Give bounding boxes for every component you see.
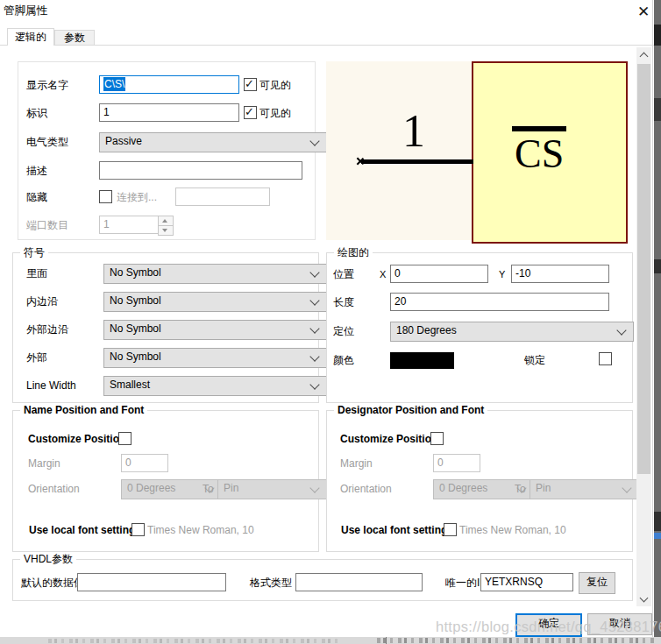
- display-name-label: 显示名字: [26, 79, 68, 92]
- name-use-local-font-label: Use local font setting: [29, 524, 135, 537]
- designator-visible-label: 可见的: [259, 107, 291, 120]
- tab-logical[interactable]: 逻辑的: [7, 28, 54, 46]
- designator-customize-position-label: Customize Position: [340, 433, 437, 446]
- symbol-inner-edge-select[interactable]: No Symbol: [103, 292, 327, 312]
- pin-line: [361, 159, 473, 164]
- designator-visible-checkbox[interactable]: [244, 106, 257, 119]
- part-count-label: 端口数目: [26, 219, 68, 232]
- name-margin-label: Margin: [28, 457, 60, 471]
- vhdl-default-label: 默认的数据保: [21, 577, 84, 590]
- vhdl-format-label: 格式类型: [250, 577, 292, 590]
- symbol-outer-edge-label: 外部边沿: [26, 323, 68, 336]
- name-margin-input[interactable]: 0: [121, 454, 168, 472]
- scrollbar-thumb[interactable]: [637, 64, 650, 474]
- name-orientation-label: Orientation: [28, 483, 80, 496]
- pin-preview: CS 1: [326, 61, 624, 240]
- designator-use-local-font-label: Use local font setting: [341, 524, 447, 537]
- name-font-value: Times New Roman, 10: [147, 524, 254, 537]
- orientation-select[interactable]: 180 Degrees: [390, 322, 634, 342]
- pin-hotspot-icon: [356, 157, 364, 165]
- electrical-type-select[interactable]: Passive: [99, 132, 327, 152]
- designator-to-select[interactable]: Pin: [530, 479, 639, 499]
- length-input[interactable]: 20: [390, 293, 609, 311]
- y-input[interactable]: -10: [511, 265, 609, 283]
- display-name-selected-text: C\S\: [103, 77, 125, 91]
- designator-font-group-title: Designator Position and Font: [334, 404, 487, 417]
- designator-margin-input[interactable]: 0: [433, 454, 480, 472]
- part-count-down-icon[interactable]: [158, 225, 174, 236]
- lock-checkbox[interactable]: [599, 352, 612, 365]
- electrical-type-label: 电气类型: [26, 136, 68, 149]
- designator-label: 标识: [26, 107, 47, 120]
- background-window-bottom-sliver: [0, 637, 661, 644]
- symbol-outside-select[interactable]: No Symbol: [103, 348, 327, 368]
- display-name-visible-label: 可见的: [259, 79, 291, 92]
- display-name-visible-checkbox[interactable]: [244, 78, 257, 91]
- watermark-text: https://blog.csdn.net/qq_45288176: [436, 619, 661, 635]
- name-customize-position-label: Customize Position: [28, 433, 125, 446]
- hide-checkbox[interactable]: [99, 190, 112, 203]
- vhdl-unique-id-input[interactable]: YETXRNSQ: [480, 573, 573, 591]
- scrollbar[interactable]: [636, 47, 651, 606]
- vhdl-format-input[interactable]: [295, 573, 423, 591]
- symbol-line-width-label: Line Width: [26, 379, 76, 393]
- description-input[interactable]: [99, 161, 302, 180]
- connect-to-label: 连接到...: [117, 191, 157, 204]
- designator-customize-position-checkbox[interactable]: [430, 432, 444, 445]
- scrollbar-down-icon[interactable]: [636, 591, 651, 606]
- display-name-input[interactable]: C\S\: [99, 75, 239, 94]
- designator-use-local-font-checkbox[interactable]: [444, 523, 457, 536]
- designator-orientation-label: Orientation: [340, 483, 392, 496]
- close-icon[interactable]: ✕: [634, 4, 653, 21]
- dialog-right-edge: [652, 0, 653, 644]
- position-label: 位置: [333, 268, 354, 281]
- pin-name-preview: CS: [512, 126, 566, 177]
- designator-to-label: To: [515, 483, 526, 496]
- tab-parameters[interactable]: 参数: [54, 30, 95, 46]
- vhdl-group-title: VHDL参数: [20, 553, 76, 566]
- length-label: 长度: [333, 296, 354, 309]
- name-to-select[interactable]: Pin: [217, 479, 327, 499]
- name-customize-position-checkbox[interactable]: [118, 432, 131, 445]
- designator-font-value: Times New Roman, 10: [459, 524, 566, 537]
- lock-label: 锁定: [524, 354, 545, 367]
- designator-margin-label: Margin: [340, 457, 373, 471]
- graphical-group-title: 绘图的: [334, 246, 373, 259]
- pin-body-rect: CS: [472, 61, 628, 244]
- symbol-inner-edge-label: 内边沿: [26, 295, 58, 308]
- dialog-title: 管脚属性: [4, 4, 47, 18]
- name-use-local-font-checkbox[interactable]: [131, 523, 145, 536]
- hide-label: 隐藏: [26, 191, 47, 204]
- symbol-inside-select[interactable]: No Symbol: [103, 264, 327, 284]
- orientation-label: 定位: [333, 325, 354, 338]
- symbol-group-title: 符号: [20, 246, 48, 259]
- color-label: 颜色: [333, 354, 354, 367]
- name-font-group-title: Name Position and Font: [20, 404, 147, 417]
- pin-number-preview: 1: [387, 107, 440, 156]
- symbol-inside-label: 里面: [26, 267, 47, 280]
- vhdl-default-input[interactable]: [77, 573, 226, 591]
- background-window-right-sliver: [654, 0, 661, 644]
- color-swatch[interactable]: [390, 352, 454, 369]
- description-label: 描述: [26, 165, 47, 178]
- y-label: Y: [499, 268, 505, 281]
- scrollbar-up-icon[interactable]: [636, 47, 651, 62]
- symbol-line-width-select[interactable]: Smallest: [103, 376, 327, 396]
- symbol-outside-label: 外部: [26, 351, 47, 364]
- x-label: X: [380, 268, 386, 281]
- tab-pane-divider: [0, 45, 654, 46]
- connect-to-input[interactable]: [175, 188, 270, 206]
- x-input[interactable]: 0: [390, 265, 488, 283]
- designator-input[interactable]: 1: [99, 103, 239, 122]
- symbol-outer-edge-select[interactable]: No Symbol: [103, 320, 327, 340]
- reset-button[interactable]: 复位: [579, 572, 615, 594]
- name-to-label: To: [203, 483, 214, 496]
